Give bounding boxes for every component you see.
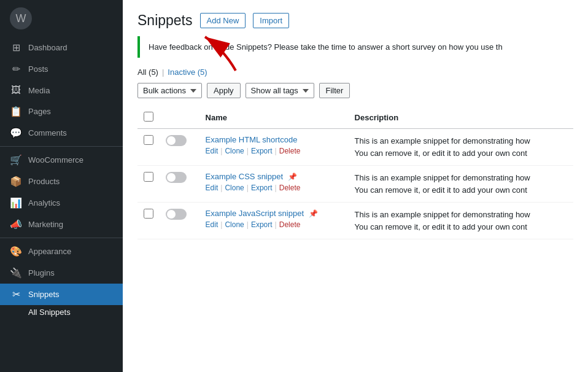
- row2-name-link[interactable]: Example CSS snippet 📌: [206, 172, 342, 181]
- wp-icon: W: [10, 7, 32, 29]
- row1-checkbox[interactable]: [144, 135, 153, 145]
- sidebar-item-plugins[interactable]: 🔌 Plugins: [0, 262, 123, 284]
- row2-actions: Edit | Clone | Export | Delete: [206, 184, 342, 192]
- content-area: Snippets Add New Import Have feedback on…: [123, 0, 588, 372]
- filter-separator: |: [162, 68, 164, 77]
- comments-icon: 💬: [10, 127, 22, 139]
- row2-desc-line2: You can remove it, or edit it to add you…: [355, 184, 567, 196]
- row1-clone-link[interactable]: Clone: [225, 147, 244, 155]
- header-checkbox: [137, 107, 160, 129]
- select-all-checkbox[interactable]: [144, 112, 153, 122]
- row3-export-link[interactable]: Export: [251, 220, 273, 229]
- plugins-icon: 🔌: [10, 267, 22, 279]
- row3-delete-link[interactable]: Delete: [279, 220, 301, 229]
- sidebar-sub-all-snippets[interactable]: All Snippets: [0, 305, 123, 319]
- sidebar-item-marketing[interactable]: 📣 Marketing: [0, 214, 123, 235]
- main-content: Snippets Add New Import Have feedback on…: [123, 0, 588, 372]
- bulk-actions-select[interactable]: Bulk actions Activate Deactivate Delete: [137, 83, 202, 98]
- sidebar-item-media[interactable]: 🖼 Media: [0, 80, 123, 101]
- row3-desc-line1: This is an example snippet for demonstra…: [355, 209, 567, 221]
- sidebar-separator: [0, 146, 123, 147]
- page-header: Snippets Add New Import: [137, 12, 573, 29]
- row3-desc-cell: This is an example snippet for demonstra…: [349, 203, 573, 239]
- marketing-icon: 📣: [10, 219, 22, 230]
- pages-icon: 📋: [10, 106, 22, 117]
- media-icon: 🖼: [10, 85, 22, 96]
- table-header-row: Name Description: [137, 107, 573, 129]
- pin-icon: 📌: [288, 172, 297, 181]
- row2-export-link[interactable]: Export: [251, 184, 273, 192]
- row3-toggle[interactable]: [166, 209, 187, 220]
- row2-desc-cell: This is an example snippet for demonstra…: [349, 166, 573, 203]
- row1-actions: Edit | Clone | Export | Delete: [206, 147, 342, 155]
- tab-inactive[interactable]: Inactive (5): [168, 68, 207, 77]
- sidebar-item-label: Plugins: [28, 268, 55, 277]
- row3-desc-line2: You can remove it, or edit it to add you…: [355, 221, 567, 233]
- row1-name-link[interactable]: Example HTML shortcode: [206, 135, 342, 144]
- row1-toggle[interactable]: [166, 135, 187, 146]
- sidebar-item-label: Dashboard: [28, 43, 68, 52]
- row3-edit-link[interactable]: Edit: [206, 220, 219, 229]
- sidebar-item-woocommerce[interactable]: 🛒 WooCommerce: [0, 149, 123, 171]
- sidebar-item-label: Analytics: [28, 198, 60, 207]
- sidebar-item-posts[interactable]: ✏ Posts: [0, 58, 123, 80]
- tab-all[interactable]: All (5): [137, 68, 158, 77]
- filter-button[interactable]: Filter: [319, 83, 350, 98]
- import-button[interactable]: Import: [253, 13, 289, 28]
- row3-checkbox-cell: [137, 203, 160, 239]
- apply-button[interactable]: Apply: [207, 83, 241, 98]
- sidebar-item-products[interactable]: 📦 Products: [0, 171, 123, 192]
- row2-edit-link[interactable]: Edit: [206, 184, 219, 192]
- pin-icon-2: 📌: [309, 209, 318, 218]
- bulk-actions-row: Bulk actions Activate Deactivate Delete …: [137, 83, 573, 98]
- row1-desc-cell: This is an example snippet for demonstra…: [349, 129, 573, 166]
- notice-text: Have feedback on Code Snippets? Please t…: [149, 42, 503, 52]
- table-row: Example JavaScript snippet 📌 Edit | Clon…: [137, 203, 573, 239]
- sidebar-item-analytics[interactable]: 📊 Analytics: [0, 192, 123, 214]
- row2-toggle[interactable]: [166, 172, 187, 183]
- row1-desc-line2: You can remove it, or edit it to add you…: [355, 147, 567, 160]
- row1-export-link[interactable]: Export: [251, 147, 273, 155]
- sidebar-item-comments[interactable]: 💬 Comments: [0, 122, 123, 144]
- row3-toggle-cell: [160, 203, 199, 239]
- row3-checkbox[interactable]: [144, 209, 153, 219]
- appearance-icon: 🎨: [10, 246, 22, 257]
- table-row: Example CSS snippet 📌 Edit | Clone | Exp…: [137, 166, 573, 203]
- row1-toggle-cell: [160, 129, 199, 166]
- sidebar-item-label: Snippets: [28, 290, 60, 299]
- page-title: Snippets: [137, 12, 193, 29]
- row2-toggle-cell: [160, 166, 199, 203]
- row1-desc-line1: This is an example snippet for demonstra…: [355, 135, 567, 147]
- filter-tabs: All (5) | Inactive (5): [137, 68, 573, 77]
- row1-edit-link[interactable]: Edit: [206, 147, 219, 155]
- sidebar-separator-2: [0, 238, 123, 238]
- header-description: Description: [349, 107, 573, 129]
- show-all-tags-select[interactable]: Show all tags: [246, 83, 314, 98]
- sidebar-item-label: Products: [28, 177, 60, 186]
- sidebar: W ⊞ Dashboard ✏ Posts 🖼 Media 📋 Pages 💬 …: [0, 0, 123, 372]
- row1-name-cell: Example HTML shortcode Edit | Clone | Ex…: [199, 129, 349, 166]
- row2-desc-line1: This is an example snippet for demonstra…: [355, 172, 567, 184]
- header-name: Name: [199, 107, 349, 129]
- row3-name-link[interactable]: Example JavaScript snippet 📌: [206, 209, 342, 218]
- sidebar-item-appearance[interactable]: 🎨 Appearance: [0, 241, 123, 262]
- sidebar-item-label: Appearance: [28, 247, 71, 256]
- sidebar-item-snippets[interactable]: ✂ Snippets: [0, 284, 123, 305]
- row2-delete-link[interactable]: Delete: [279, 184, 301, 192]
- sidebar-item-pages[interactable]: 📋 Pages: [0, 101, 123, 122]
- dashboard-icon: ⊞: [10, 42, 22, 53]
- sidebar-item-label: Marketing: [28, 220, 63, 229]
- analytics-icon: 📊: [10, 197, 22, 209]
- woocommerce-icon: 🛒: [10, 154, 22, 166]
- sidebar-item-dashboard[interactable]: ⊞ Dashboard: [0, 37, 123, 58]
- header-toggle: [160, 107, 199, 129]
- row2-clone-link[interactable]: Clone: [225, 184, 244, 192]
- row1-delete-link[interactable]: Delete: [279, 147, 301, 155]
- row2-checkbox-cell: [137, 166, 160, 203]
- sidebar-item-label: Media: [28, 86, 50, 95]
- row2-checkbox[interactable]: [144, 172, 153, 182]
- row2-name-cell: Example CSS snippet 📌 Edit | Clone | Exp…: [199, 166, 349, 203]
- row3-clone-link[interactable]: Clone: [225, 220, 244, 229]
- posts-icon: ✏: [10, 63, 22, 75]
- add-new-button[interactable]: Add New: [200, 13, 246, 28]
